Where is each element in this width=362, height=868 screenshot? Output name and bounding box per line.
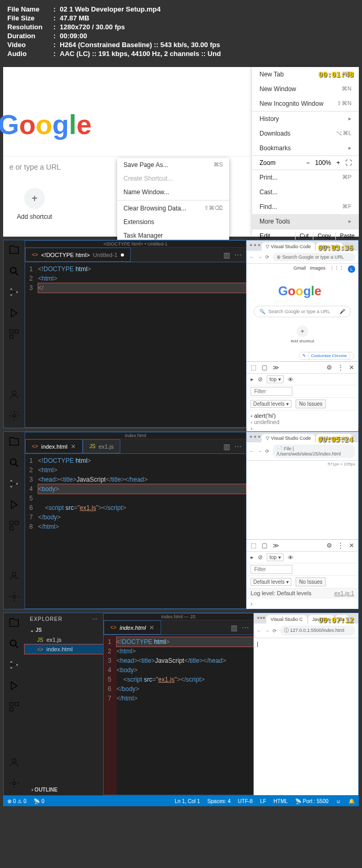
search-icon[interactable] [8,457,20,469]
tab-untitled[interactable]: <><!DOCTYPE html> Untitled-1 [25,248,131,262]
more-icon[interactable]: ⋯ [92,616,98,622]
run-icon[interactable] [8,499,20,510]
extensions-icon[interactable] [8,701,20,713]
run-icon[interactable] [8,680,20,692]
source-control-icon[interactable] [8,659,20,671]
split-icon[interactable]: ▥ [223,442,230,451]
tab-index-html[interactable]: <>index.html✕ [104,620,161,635]
extensions[interactable]: Extensions [117,215,229,229]
levels-select[interactable]: Default levels ▾ [251,578,291,586]
new-window[interactable]: New Window⌘N [252,82,359,96]
folder-js[interactable]: ⌄ JS [25,625,103,635]
search-icon[interactable] [8,638,20,650]
split-icon[interactable]: ▥ [223,251,230,259]
account-icon[interactable] [8,570,20,582]
status-eol[interactable]: LF [260,798,266,804]
tab-index-html[interactable]: <>index.html✕ [25,439,83,453]
eye-icon[interactable]: 👁 [288,376,293,383]
console[interactable]: › alert('hi') ‹ undefined › [246,410,358,433]
close-icon[interactable]: ✕ [349,364,354,371]
browser-tab[interactable]: Visual Studio C [266,615,307,624]
name-window[interactable]: Name Window... [117,185,229,199]
no-issues[interactable]: No Issues [296,577,326,586]
avatar[interactable]: L [348,265,355,273]
search-input[interactable]: 🔍Search Google or type a URL🎤 [254,306,351,317]
gear-icon[interactable] [8,777,20,789]
browser-tab[interactable]: ▽ Visual Studio Code [262,434,315,442]
status-errors[interactable]: ⊗ 0 ⚠ 0 [7,798,26,804]
filter-input[interactable] [251,565,292,574]
levels-select[interactable]: Default levels ▾ [251,400,291,408]
split-icon[interactable]: ▥ [231,624,237,632]
add-shortcut[interactable]: +Add shortcut [246,326,358,343]
context-select[interactable]: top ▾ [267,553,284,561]
back-icon[interactable]: ← [250,254,254,260]
customize-chrome[interactable]: ✎ Customize Chrome [299,352,354,360]
reload-icon[interactable]: ⟳ [265,254,269,260]
status-bell-icon[interactable]: 🔔 [348,798,355,804]
apps-icon[interactable]: ⋮⋮⋮ [330,265,344,273]
close-icon[interactable]: ✕ [349,542,354,549]
explorer-icon[interactable] [8,617,20,629]
url-bar[interactable]: ⊕ Search Google or type a URL [273,253,355,261]
bookmarks[interactable]: Bookmarks▸ [252,141,359,155]
gear-icon[interactable] [8,591,20,603]
downloads[interactable]: Downloads⌥⌘L [252,126,359,141]
mic-icon[interactable]: 🎤 [340,309,345,314]
status-encoding[interactable]: UTF-8 [238,798,253,804]
device-icon[interactable]: ▢ [262,364,267,371]
new-incognito[interactable]: New Incognito Window⇧⌘N [252,96,359,111]
code-editor[interactable]: 12345678 <!DOCTYPE html> <html> <head><t… [25,454,246,608]
save-page-as[interactable]: Save Page As...⌘S [117,158,229,172]
account-icon[interactable] [8,389,20,400]
status-feedback-icon[interactable]: ☺ [336,798,341,804]
print[interactable]: Print...⌘P [252,170,359,185]
more-icon[interactable]: ⋮ [337,364,344,371]
file-index-html[interactable]: <>index.html [25,644,103,654]
back-icon[interactable]: ← [250,449,254,454]
account-icon[interactable] [8,756,20,768]
status-language[interactable]: HTML [274,798,288,804]
status-spaces[interactable]: Spaces: 4 [207,798,230,804]
no-issues[interactable]: No Issues [296,399,326,408]
browser-tab[interactable]: ▽ Visual Studio Code [262,242,315,251]
gear-icon[interactable]: ⚙ [326,542,332,549]
more-icon[interactable]: ⋯ [234,442,242,451]
explorer-icon[interactable] [8,436,20,448]
forward-icon[interactable]: → [257,254,262,260]
context-select[interactable]: top ▾ [267,375,284,383]
reload-icon[interactable]: ⟳ [265,449,269,454]
more-icon[interactable]: ⋯ [234,251,242,259]
url-bar[interactable]: 📄 File | /Users/web/sites/JS/index.html [273,444,355,458]
source-control-icon[interactable] [8,286,20,298]
run-icon[interactable] [8,307,20,319]
copy-button[interactable]: Copy [313,232,335,240]
gear-icon[interactable] [8,410,20,421]
close-icon[interactable]: ✕ [71,443,76,450]
explorer-icon[interactable] [8,244,20,256]
cast[interactable]: Cast... [252,185,359,199]
tab-ex1-js[interactable]: JSex1.js [83,439,120,453]
device-icon[interactable]: ▢ [262,542,267,549]
filter-input[interactable] [251,387,292,396]
url-bar[interactable]: ⓘ 127.0.0.1:5500/index.html [280,626,355,636]
extensions-icon[interactable] [8,328,20,340]
source-link[interactable]: ex1.js:1 [334,590,354,596]
history[interactable]: History▸ [252,112,359,126]
source-control-icon[interactable] [8,478,20,489]
gear-icon[interactable]: ⚙ [326,364,332,371]
forward-icon[interactable]: → [257,449,262,454]
images-link[interactable]: Images [310,265,325,273]
status-port[interactable]: 📡 0 [33,798,44,804]
find[interactable]: Find...⌘F [252,199,359,214]
more-tools[interactable]: More Tools▸ [252,214,359,229]
zoom-control[interactable]: Zoom−100%+⛶ [252,156,359,170]
code-editor[interactable]: 123 <!DOCTYPE html> <html> </ [25,262,246,427]
file-ex1-js[interactable]: JSex1.js [25,635,103,644]
console[interactable]: › [246,598,358,609]
extensions-icon[interactable] [8,520,20,531]
gmail-link[interactable]: Gmail [293,265,306,273]
more-icon[interactable]: ⋯ [242,624,249,632]
outline-section[interactable]: › OUTLINE [26,785,103,795]
status-liveserver[interactable]: 📡 Port : 5500 [295,798,329,804]
